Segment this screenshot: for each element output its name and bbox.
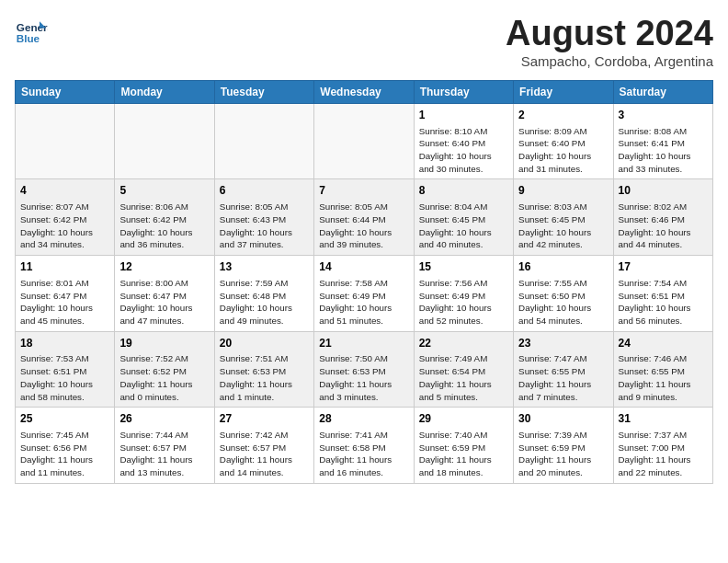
logo-icon: General Blue xyxy=(15,15,48,48)
day-number: 30 xyxy=(518,411,608,427)
calendar-day-cell: 18Sunrise: 7:53 AM Sunset: 6:51 PM Dayli… xyxy=(16,331,115,408)
calendar-day-cell: 14Sunrise: 7:58 AM Sunset: 6:49 PM Dayli… xyxy=(314,256,414,332)
calendar-day-cell: 25Sunrise: 7:45 AM Sunset: 6:56 PM Dayli… xyxy=(16,408,115,484)
calendar-day-cell: 3Sunrise: 8:08 AM Sunset: 6:41 PM Daylig… xyxy=(613,103,712,179)
calendar-day-cell xyxy=(16,103,115,179)
calendar-day-cell: 11Sunrise: 8:01 AM Sunset: 6:47 PM Dayli… xyxy=(16,256,115,332)
calendar-day-cell: 30Sunrise: 7:39 AM Sunset: 6:59 PM Dayli… xyxy=(514,408,613,484)
calendar-day-header: Tuesday xyxy=(214,80,313,103)
calendar-day-cell: 4Sunrise: 8:07 AM Sunset: 6:42 PM Daylig… xyxy=(16,179,115,256)
calendar-day-header: Saturday xyxy=(613,80,712,103)
day-info: Sunrise: 8:07 AM Sunset: 6:42 PM Dayligh… xyxy=(20,201,109,251)
calendar-day-cell xyxy=(314,103,414,179)
calendar-day-cell: 24Sunrise: 7:46 AM Sunset: 6:55 PM Dayli… xyxy=(613,331,712,408)
day-info: Sunrise: 8:05 AM Sunset: 6:44 PM Dayligh… xyxy=(319,201,408,251)
day-number: 21 xyxy=(319,336,408,351)
calendar-day-header: Wednesday xyxy=(314,80,414,103)
day-info: Sunrise: 7:41 AM Sunset: 6:58 PM Dayligh… xyxy=(319,429,408,479)
calendar-day-cell: 16Sunrise: 7:55 AM Sunset: 6:50 PM Dayli… xyxy=(514,256,613,332)
calendar-day-cell: 27Sunrise: 7:42 AM Sunset: 6:57 PM Dayli… xyxy=(214,408,313,484)
day-info: Sunrise: 7:42 AM Sunset: 6:57 PM Dayligh… xyxy=(220,429,309,479)
svg-text:Blue: Blue xyxy=(17,32,40,44)
calendar-week-row: 4Sunrise: 8:07 AM Sunset: 6:42 PM Daylig… xyxy=(16,179,713,256)
day-number: 1 xyxy=(419,108,508,123)
day-info: Sunrise: 7:58 AM Sunset: 6:49 PM Dayligh… xyxy=(319,277,408,327)
day-info: Sunrise: 8:05 AM Sunset: 6:43 PM Dayligh… xyxy=(220,201,309,251)
calendar-day-header: Sunday xyxy=(16,80,115,103)
calendar-day-cell: 15Sunrise: 7:56 AM Sunset: 6:49 PM Dayli… xyxy=(414,256,513,332)
day-info: Sunrise: 7:46 AM Sunset: 6:55 PM Dayligh… xyxy=(619,352,708,403)
calendar-day-cell: 9Sunrise: 8:03 AM Sunset: 6:45 PM Daylig… xyxy=(514,179,613,256)
calendar-day-cell: 17Sunrise: 7:54 AM Sunset: 6:51 PM Dayli… xyxy=(613,256,712,332)
day-info: Sunrise: 7:44 AM Sunset: 6:57 PM Dayligh… xyxy=(119,429,209,479)
day-info: Sunrise: 7:52 AM Sunset: 6:52 PM Dayligh… xyxy=(119,352,209,403)
day-number: 3 xyxy=(619,108,708,123)
page-header: General Blue August 2024 Sampacho, Cordo… xyxy=(15,15,713,69)
calendar-week-row: 25Sunrise: 7:45 AM Sunset: 6:56 PM Dayli… xyxy=(16,408,713,484)
day-number: 10 xyxy=(619,183,708,199)
day-info: Sunrise: 7:56 AM Sunset: 6:49 PM Dayligh… xyxy=(419,277,508,327)
calendar-day-cell: 29Sunrise: 7:40 AM Sunset: 6:59 PM Dayli… xyxy=(414,408,513,484)
calendar-day-cell: 31Sunrise: 7:37 AM Sunset: 7:00 PM Dayli… xyxy=(613,408,712,484)
day-info: Sunrise: 7:39 AM Sunset: 6:59 PM Dayligh… xyxy=(518,429,608,479)
day-info: Sunrise: 8:03 AM Sunset: 6:45 PM Dayligh… xyxy=(518,201,608,251)
day-info: Sunrise: 8:00 AM Sunset: 6:47 PM Dayligh… xyxy=(119,277,209,327)
day-number: 24 xyxy=(619,336,708,351)
calendar-day-cell: 12Sunrise: 8:00 AM Sunset: 6:47 PM Dayli… xyxy=(115,256,214,332)
day-number: 28 xyxy=(319,411,408,427)
day-number: 22 xyxy=(419,336,508,351)
calendar-day-header: Monday xyxy=(115,80,214,103)
day-info: Sunrise: 7:45 AM Sunset: 6:56 PM Dayligh… xyxy=(20,429,109,479)
day-number: 31 xyxy=(619,411,708,427)
calendar-day-cell: 22Sunrise: 7:49 AM Sunset: 6:54 PM Dayli… xyxy=(414,331,513,408)
day-info: Sunrise: 7:53 AM Sunset: 6:51 PM Dayligh… xyxy=(20,352,109,403)
calendar-day-cell: 2Sunrise: 8:09 AM Sunset: 6:40 PM Daylig… xyxy=(514,103,613,179)
day-info: Sunrise: 8:09 AM Sunset: 6:40 PM Dayligh… xyxy=(518,125,608,176)
calendar-week-row: 11Sunrise: 8:01 AM Sunset: 6:47 PM Dayli… xyxy=(16,256,713,332)
calendar-day-cell: 23Sunrise: 7:47 AM Sunset: 6:55 PM Dayli… xyxy=(514,331,613,408)
day-number: 23 xyxy=(518,336,608,351)
calendar-day-cell xyxy=(214,103,313,179)
logo: General Blue xyxy=(15,15,48,48)
day-number: 14 xyxy=(319,259,408,275)
title-block: August 2024 Sampacho, Cordoba, Argentina xyxy=(506,15,713,69)
month-title: August 2024 xyxy=(506,15,713,53)
day-info: Sunrise: 7:37 AM Sunset: 7:00 PM Dayligh… xyxy=(619,429,708,479)
calendar-day-cell: 7Sunrise: 8:05 AM Sunset: 6:44 PM Daylig… xyxy=(314,179,414,256)
calendar-day-cell: 20Sunrise: 7:51 AM Sunset: 6:53 PM Dayli… xyxy=(214,331,313,408)
day-number: 26 xyxy=(119,411,209,427)
calendar-day-cell: 26Sunrise: 7:44 AM Sunset: 6:57 PM Dayli… xyxy=(115,408,214,484)
calendar-day-cell: 5Sunrise: 8:06 AM Sunset: 6:42 PM Daylig… xyxy=(115,179,214,256)
calendar-day-cell: 6Sunrise: 8:05 AM Sunset: 6:43 PM Daylig… xyxy=(214,179,313,256)
day-number: 19 xyxy=(119,336,209,351)
day-info: Sunrise: 8:04 AM Sunset: 6:45 PM Dayligh… xyxy=(419,201,508,251)
day-number: 20 xyxy=(220,336,309,351)
calendar-header-row: SundayMondayTuesdayWednesdayThursdayFrid… xyxy=(16,80,713,103)
day-number: 17 xyxy=(619,259,708,275)
day-info: Sunrise: 7:47 AM Sunset: 6:55 PM Dayligh… xyxy=(518,352,608,403)
day-info: Sunrise: 8:08 AM Sunset: 6:41 PM Dayligh… xyxy=(619,125,708,176)
day-info: Sunrise: 7:50 AM Sunset: 6:53 PM Dayligh… xyxy=(319,352,408,403)
calendar-day-cell: 1Sunrise: 8:10 AM Sunset: 6:40 PM Daylig… xyxy=(414,103,513,179)
day-info: Sunrise: 8:06 AM Sunset: 6:42 PM Dayligh… xyxy=(119,201,209,251)
day-number: 6 xyxy=(220,183,309,199)
calendar-day-header: Friday xyxy=(514,80,613,103)
day-info: Sunrise: 7:59 AM Sunset: 6:48 PM Dayligh… xyxy=(220,277,309,327)
day-number: 16 xyxy=(518,259,608,275)
day-number: 27 xyxy=(220,411,309,427)
calendar-day-cell: 19Sunrise: 7:52 AM Sunset: 6:52 PM Dayli… xyxy=(115,331,214,408)
day-info: Sunrise: 8:02 AM Sunset: 6:46 PM Dayligh… xyxy=(619,201,708,251)
day-number: 4 xyxy=(20,183,109,199)
calendar-day-cell: 13Sunrise: 7:59 AM Sunset: 6:48 PM Dayli… xyxy=(214,256,313,332)
calendar-day-cell xyxy=(115,103,214,179)
day-number: 8 xyxy=(419,183,508,199)
day-number: 29 xyxy=(419,411,508,427)
day-info: Sunrise: 7:40 AM Sunset: 6:59 PM Dayligh… xyxy=(419,429,508,479)
day-number: 9 xyxy=(518,183,608,199)
calendar-day-cell: 28Sunrise: 7:41 AM Sunset: 6:58 PM Dayli… xyxy=(314,408,414,484)
calendar-week-row: 18Sunrise: 7:53 AM Sunset: 6:51 PM Dayli… xyxy=(16,331,713,408)
day-number: 11 xyxy=(20,259,109,275)
calendar-day-cell: 21Sunrise: 7:50 AM Sunset: 6:53 PM Dayli… xyxy=(314,331,414,408)
day-number: 25 xyxy=(20,411,109,427)
calendar-week-row: 1Sunrise: 8:10 AM Sunset: 6:40 PM Daylig… xyxy=(16,103,713,179)
